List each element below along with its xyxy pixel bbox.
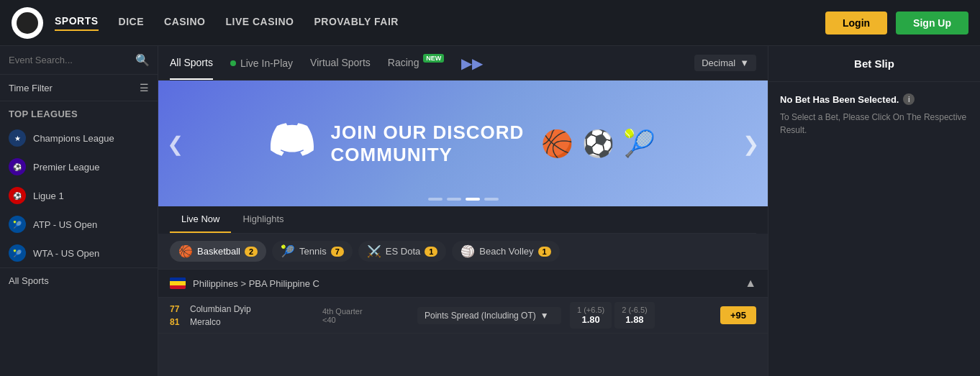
banner-prev-button[interactable]: ❮ (158, 132, 192, 155)
bet-slip-header: Bet Slip (768, 46, 980, 82)
champions-league-label: Champions League (33, 133, 114, 144)
nav-live-casino[interactable]: LIVE CASINO (225, 16, 294, 30)
banner-dot-1[interactable] (428, 198, 443, 201)
decimal-selector[interactable]: Decimal ▼ (694, 55, 756, 71)
odds-btn1-value: 1.80 (577, 314, 604, 325)
login-button[interactable]: Login (825, 12, 887, 35)
odds-btn2-label: 2 (-6.5) (622, 306, 647, 314)
tab-all-sports[interactable]: All Sports (170, 47, 213, 80)
sidebar: 🔍 Time Filter ☰ Top Leagues ★ Champions … (0, 46, 158, 376)
no-bet-description: To Select a Bet, Please Click On The Res… (780, 111, 968, 137)
top-leagues-label: Top Leagues (0, 101, 158, 124)
nav-buttons: Login Sign Up (825, 12, 968, 35)
beachvolley-chip-count: 1 (538, 247, 551, 257)
right-panel: Bet Slip No Bet Has Been Selected. i To … (768, 46, 980, 376)
match-header-left: Philippines > PBA Philippine C (170, 278, 319, 289)
team2-score: 81 (170, 317, 184, 327)
banner-subtitle: COMMUNITY (331, 144, 525, 166)
beachvolley-chip-label: Beach Volley (479, 246, 533, 257)
banner-dot-2[interactable] (447, 198, 461, 201)
banner-dot-3[interactable] (466, 198, 480, 201)
discord-banner-logo (271, 118, 314, 169)
ligue1-label: Ligue 1 (33, 191, 64, 201)
top-nav: SPORTS DICE CASINO LIVE CASINO PROVABLY … (0, 0, 980, 46)
search-input[interactable] (9, 55, 130, 65)
team2-row: 81 Meralco (170, 317, 314, 327)
sidebar-item-atp[interactable]: 🎾 ATP - US Open (0, 210, 158, 239)
live-section: Live Now Highlights (158, 206, 768, 234)
team1-score: 77 (170, 304, 184, 314)
odds-buttons: 1 (+6.5) 1.80 2 (-6.5) 1.88 (570, 302, 712, 329)
tab-highlights[interactable]: Highlights (231, 206, 295, 233)
tab-virtual-sports[interactable]: Virtual Sports (310, 47, 371, 80)
decimal-label: Decimal (702, 58, 735, 68)
live-tabs: Live Now Highlights (170, 206, 756, 234)
new-badge: NEW (423, 54, 444, 63)
wta-icon: 🎾 (9, 244, 26, 262)
search-icon: 🔍 (135, 53, 150, 67)
sidebar-item-premier-league[interactable]: ⚽ Premier League (0, 152, 158, 181)
main-layout: 🔍 Time Filter ☰ Top Leagues ★ Champions … (0, 46, 980, 376)
champions-league-icon: ★ (9, 129, 26, 147)
racing-label: Racing (388, 57, 419, 68)
banner-content: JOIN OUR DISCORD COMMUNITY 🏀 ⚽ 🎾 (271, 118, 656, 169)
discord-icon[interactable]: ▶▶ (461, 55, 483, 72)
nav-provably-fair[interactable]: PROVABLY FAIR (314, 16, 399, 30)
match-info: 4th Quarter <40 (322, 307, 409, 324)
chip-basketball[interactable]: 🏀 Basketball 2 (170, 241, 266, 262)
sport-chips: 🏀 Basketball 2 🎾 Tennis 7 ⚔️ ES Dota 1 🏐… (158, 234, 768, 269)
nav-sports[interactable]: SPORTS (55, 15, 99, 31)
esdota-chip-label: ES Dota (386, 246, 420, 257)
odds-btn2-value: 1.88 (622, 314, 647, 325)
nav-dice[interactable]: DICE (119, 16, 144, 30)
bet-slip-empty: No Bet Has Been Selected. i To Select a … (768, 82, 980, 148)
nav-links: SPORTS DICE CASINO LIVE CASINO PROVABLY … (55, 15, 825, 31)
tab-live-in-play[interactable]: Live In-Play (230, 47, 293, 79)
sidebar-item-ligue1[interactable]: ⚽ Ligue 1 (0, 181, 158, 210)
match-handicap: <40 (322, 316, 409, 324)
all-sports-link[interactable]: All Sports (0, 267, 158, 293)
odds-selector[interactable]: Points Spread (Including OT) ▼ (417, 307, 561, 324)
tab-racing[interactable]: Racing NEW (388, 47, 444, 80)
sidebar-item-champions-league[interactable]: ★ Champions League (0, 124, 158, 152)
banner-next-button[interactable]: ❯ (734, 132, 768, 155)
match-collapse-icon[interactable]: ▲ (745, 277, 756, 290)
time-filter[interactable]: Time Filter ☰ (0, 75, 158, 101)
match-header: Philippines > PBA Philippine C ▲ (158, 269, 768, 298)
tab-live-now[interactable]: Live Now (170, 206, 231, 233)
basketball-chip-count: 2 (245, 247, 258, 257)
sport-tabs-bar: All Sports Live In-Play Virtual Sports R… (158, 46, 768, 81)
tennis-chip-label: Tennis (299, 246, 327, 257)
no-bet-title: No Bet Has Been Selected. i (780, 93, 968, 105)
basketball-chip-label: Basketball (197, 246, 240, 257)
chip-tennis[interactable]: 🎾 Tennis 7 (272, 241, 353, 262)
ligue1-icon: ⚽ (9, 187, 26, 204)
match-league: Philippines > PBA Philippine C (193, 278, 319, 289)
chip-beach-volley[interactable]: 🏐 Beach Volley 1 (452, 241, 559, 262)
decimal-chevron-icon: ▼ (740, 58, 749, 68)
match-row: 77 Columbian Dyip 81 Meralco 4th Quarter… (158, 298, 768, 334)
odds-btn-1[interactable]: 1 (+6.5) 1.80 (570, 302, 612, 329)
tennis-chip-icon: 🎾 (281, 244, 295, 258)
filter-icon: ☰ (140, 82, 149, 93)
tennis-icon-banner: 🎾 (623, 129, 655, 159)
chip-es-dota[interactable]: ⚔️ ES Dota 1 (358, 241, 447, 262)
esdota-chip-count: 1 (425, 247, 437, 257)
atp-label: ATP - US Open (33, 219, 97, 230)
atp-icon: 🎾 (9, 216, 26, 233)
team1-row: 77 Columbian Dyip (170, 304, 314, 314)
match-period: 4th Quarter (322, 307, 409, 316)
basketball-icon: 🏀 (541, 129, 573, 159)
banner-dot-4[interactable] (484, 198, 499, 201)
odds-chevron-icon: ▼ (540, 311, 549, 321)
info-icon[interactable]: i (903, 93, 915, 105)
esdota-chip-icon: ⚔️ (367, 244, 381, 258)
sidebar-item-wta[interactable]: 🎾 WTA - US Open (0, 239, 158, 267)
banner-sports-icons: 🏀 ⚽ 🎾 (541, 129, 655, 159)
beachvolley-chip-icon: 🏐 (460, 244, 475, 258)
logo[interactable] (12, 7, 43, 39)
odds-btn-2[interactable]: 2 (-6.5) 1.88 (614, 302, 654, 329)
signup-button[interactable]: Sign Up (896, 12, 968, 35)
nav-casino[interactable]: CASINO (164, 16, 205, 30)
extra-odds-button[interactable]: +95 (720, 306, 756, 324)
